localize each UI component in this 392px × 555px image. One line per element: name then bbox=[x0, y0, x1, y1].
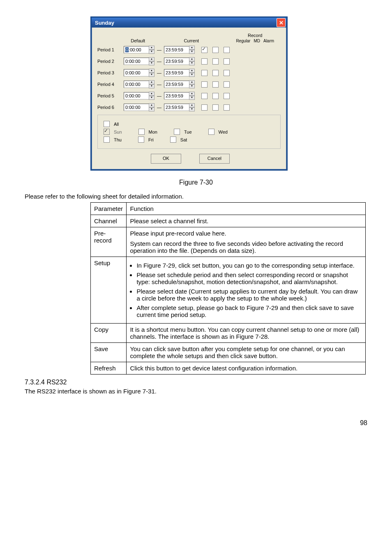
record-checkbox[interactable] bbox=[212, 58, 219, 65]
cell-param: Pre-record bbox=[91, 227, 127, 257]
end-time[interactable]: 23:59:59 bbox=[164, 58, 189, 65]
record-checkbox[interactable] bbox=[224, 81, 230, 88]
table-row: CopyIt is a shortcut menu button. You ca… bbox=[91, 324, 366, 343]
label-all: All bbox=[114, 122, 119, 127]
record-checkbox[interactable] bbox=[201, 58, 208, 65]
checkbox-thu[interactable] bbox=[104, 136, 110, 143]
checkbox-fri[interactable] bbox=[138, 136, 144, 143]
record-checkbox[interactable] bbox=[201, 81, 208, 88]
dialog-title: Sunday bbox=[95, 20, 114, 26]
checkbox-sat[interactable] bbox=[170, 136, 176, 143]
record-checkbox[interactable] bbox=[212, 104, 219, 111]
start-time[interactable]: 0:00:00 bbox=[124, 104, 149, 111]
record-checkbox[interactable] bbox=[212, 93, 219, 99]
dash: — bbox=[157, 82, 161, 87]
table-header-func: Function bbox=[127, 203, 366, 215]
end-time[interactable]: 23:59:59 bbox=[164, 104, 189, 111]
spinner-icon[interactable]: ▲▼ bbox=[189, 46, 195, 54]
list-item: After complete setup, please go back to … bbox=[136, 304, 362, 318]
end-time[interactable]: 23:59:59 bbox=[164, 46, 189, 53]
table-row: RefreshClick this button to get device l… bbox=[91, 362, 366, 375]
cell-func: It is a shortcut menu button. You can co… bbox=[127, 324, 366, 343]
record-checkbox[interactable] bbox=[224, 104, 230, 111]
record-checkbox[interactable] bbox=[224, 58, 230, 65]
record-checkbox[interactable] bbox=[201, 70, 208, 76]
checkbox-all[interactable] bbox=[104, 121, 110, 127]
header-default: Default bbox=[122, 38, 176, 43]
period-label: Period 2 bbox=[97, 59, 124, 64]
cell-param: Channel bbox=[91, 215, 127, 227]
record-checkbox[interactable] bbox=[224, 70, 230, 76]
figure-caption: Figure 7-30 bbox=[25, 179, 367, 186]
end-time[interactable]: 23:59:59 bbox=[164, 92, 189, 99]
record-checkbox[interactable] bbox=[201, 104, 208, 111]
spinner-icon[interactable]: ▲▼ bbox=[149, 46, 154, 54]
dash: — bbox=[157, 70, 161, 75]
start-time[interactable]: 0:00:00 bbox=[124, 46, 149, 53]
period-row: Period 10:00:00▲▼—23:59:59▲▼ bbox=[97, 46, 281, 54]
label-thu: Thu bbox=[114, 137, 122, 142]
end-time[interactable]: 23:59:59 bbox=[164, 69, 189, 76]
period-row: Period 40:00:00▲▼—23:59:59▲▼ bbox=[97, 80, 281, 88]
titlebar: Sunday ✕ bbox=[92, 18, 286, 28]
dialog-container: Sunday ✕ Default Current Record Regular … bbox=[90, 16, 288, 171]
close-icon[interactable]: ✕ bbox=[277, 18, 286, 27]
ok-button[interactable]: OK bbox=[151, 154, 181, 164]
spinner-icon[interactable]: ▲▼ bbox=[189, 69, 195, 77]
label-sat: Sat bbox=[180, 137, 187, 142]
header-record: Record bbox=[248, 33, 262, 38]
dialog-body: Default Current Record Regular MD Alarm … bbox=[92, 28, 286, 169]
cancel-button[interactable]: Cancel bbox=[199, 154, 230, 164]
checkbox-tue[interactable] bbox=[174, 129, 180, 135]
start-time[interactable]: 0:00:00 bbox=[124, 81, 149, 88]
header-md: MD bbox=[254, 39, 260, 43]
label-tue: Tue bbox=[184, 130, 192, 134]
record-checkbox[interactable] bbox=[201, 93, 208, 99]
spinner-icon[interactable]: ▲▼ bbox=[189, 57, 195, 65]
spinner-icon[interactable]: ▲▼ bbox=[189, 103, 195, 111]
list-item: Please select date (Current setup applie… bbox=[136, 288, 362, 302]
cell-param: Copy bbox=[91, 324, 127, 343]
record-checkbox[interactable] bbox=[212, 81, 219, 88]
period-row: Period 50:00:00▲▼—23:59:59▲▼ bbox=[97, 92, 281, 100]
end-time[interactable]: 23:59:59 bbox=[164, 81, 189, 88]
dash: — bbox=[157, 93, 161, 98]
header-current: Current bbox=[176, 38, 229, 43]
period-label: Period 5 bbox=[97, 93, 124, 98]
spinner-icon[interactable]: ▲▼ bbox=[149, 69, 154, 77]
record-checkbox[interactable] bbox=[212, 47, 219, 53]
cell-func: In Figure 7-29, click set button, you ca… bbox=[127, 257, 366, 324]
parameter-table: Parameter Function ChannelPlease select … bbox=[90, 202, 366, 375]
spinner-icon[interactable]: ▲▼ bbox=[189, 92, 195, 100]
section-body: The RS232 interface is shown as in Figur… bbox=[25, 388, 367, 395]
column-headers: Default Current Record Regular MD Alarm bbox=[97, 32, 281, 43]
spinner-icon[interactable]: ▲▼ bbox=[149, 80, 154, 88]
table-row: Pre-recordPlease input pre-record value … bbox=[91, 227, 366, 257]
start-time[interactable]: 0:00:00 bbox=[124, 58, 149, 65]
intro-text: Please refer to the following sheet for … bbox=[25, 193, 367, 200]
record-checkbox[interactable] bbox=[212, 70, 219, 76]
spinner-icon[interactable]: ▲▼ bbox=[149, 103, 154, 111]
label-mon: Mon bbox=[149, 130, 157, 134]
start-time[interactable]: 0:00:00 bbox=[124, 69, 149, 76]
checkbox-sun bbox=[104, 129, 110, 135]
period-row: Period 60:00:00▲▼—23:59:59▲▼ bbox=[97, 103, 281, 111]
spinner-icon[interactable]: ▲▼ bbox=[149, 92, 154, 100]
cell-param: Save bbox=[91, 343, 127, 362]
dash: — bbox=[157, 59, 161, 64]
start-time[interactable]: 0:00:00 bbox=[124, 92, 149, 99]
day-group: All SunMonTueWed ThuFriSat bbox=[97, 115, 281, 149]
spinner-icon[interactable]: ▲▼ bbox=[189, 80, 195, 88]
checkbox-wed[interactable] bbox=[208, 129, 214, 135]
record-checkbox[interactable] bbox=[224, 93, 230, 99]
spinner-icon[interactable]: ▲▼ bbox=[149, 57, 154, 65]
period-label: Period 6 bbox=[97, 105, 124, 110]
dash: — bbox=[157, 47, 161, 52]
record-checkbox[interactable] bbox=[201, 47, 208, 53]
table-row: SaveYou can click save button after you … bbox=[91, 343, 366, 362]
label-wed: Wed bbox=[219, 130, 228, 134]
period-row: Period 20:00:00▲▼—23:59:59▲▼ bbox=[97, 57, 281, 65]
checkbox-mon[interactable] bbox=[138, 129, 145, 135]
record-checkbox[interactable] bbox=[224, 47, 230, 53]
cell-func: Click this button to get device latest c… bbox=[127, 362, 366, 375]
